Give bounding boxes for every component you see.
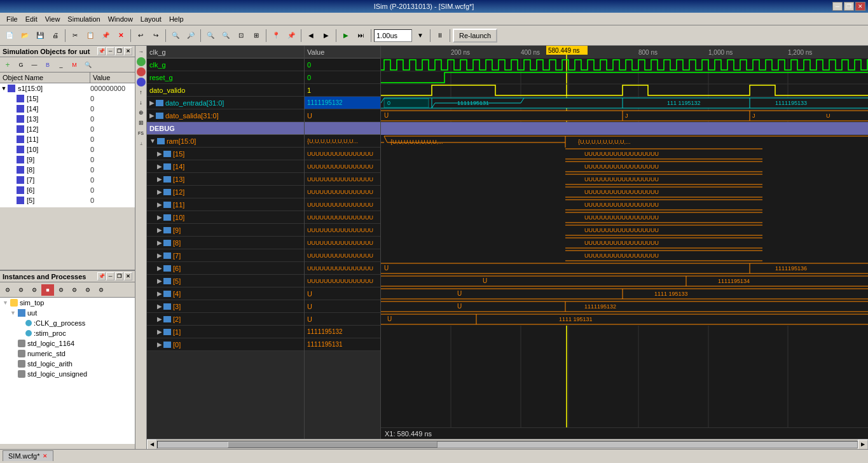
wave-name-dato-salida[interactable]: ▶ dato_salida[31:0] bbox=[147, 109, 304, 122]
waveform-svg[interactable]: 200 ns 400 ns 600 ns 800 ns 1,000 ns 1,2… bbox=[381, 46, 868, 439]
wave-name-dato-entrada[interactable]: ▶ dato_entrada[31:0] bbox=[147, 97, 304, 109]
zoom-fit-button[interactable]: ⊡ bbox=[234, 29, 248, 43]
scroll-track[interactable] bbox=[157, 441, 858, 448]
new-button[interactable]: 📄 bbox=[3, 29, 17, 43]
wave-name-ram[interactable]: ▼ ram[15:0] bbox=[147, 135, 304, 148]
inst-close[interactable]: ✕ bbox=[124, 272, 132, 280]
obj-item-13[interactable]: [13] 0 bbox=[0, 114, 135, 124]
vert-tb4[interactable] bbox=[137, 78, 146, 86]
time-unit-button[interactable]: ▼ bbox=[413, 29, 427, 43]
obj-item-14[interactable]: [14] 0 bbox=[0, 104, 135, 114]
find-button[interactable]: 🔍 bbox=[169, 29, 183, 43]
find2-button[interactable]: 🔎 bbox=[184, 29, 198, 43]
inst-pin[interactable]: 📌 bbox=[97, 272, 106, 280]
tab-close-icon[interactable]: ✕ bbox=[43, 453, 48, 459]
wave-name-clk[interactable]: clk_g bbox=[147, 59, 304, 71]
wave-signals-area[interactable]: 200 ns 400 ns 600 ns 800 ns 1,000 ns 1,2… bbox=[381, 46, 868, 439]
expand-uut[interactable]: ▼ bbox=[10, 310, 16, 316]
inst-uut[interactable]: ▼ uut bbox=[0, 308, 135, 318]
tab-sim-wcfg[interactable]: SIM.wcfg* ✕ bbox=[3, 450, 53, 461]
restore-button[interactable]: ❐ bbox=[844, 2, 854, 11]
vert-tb3[interactable] bbox=[137, 67, 146, 76]
expand-ram7[interactable]: ▶ bbox=[157, 252, 162, 259]
obj-item-9[interactable]: [9] 0 bbox=[0, 155, 135, 165]
pause-button[interactable]: ⏸ bbox=[433, 29, 447, 43]
run-button[interactable]: ▶ bbox=[339, 29, 353, 43]
wave-name-dato-valido[interactable]: dato_valido bbox=[147, 84, 304, 97]
add-wave-button[interactable]: + bbox=[1, 59, 14, 71]
expand-ram5[interactable]: ▶ bbox=[157, 277, 162, 284]
inst-numeric[interactable]: numeric_std bbox=[0, 349, 135, 359]
zoom-out-button[interactable]: 🔍 bbox=[219, 29, 233, 43]
menu-view[interactable]: View bbox=[41, 14, 64, 24]
expand-ram[interactable]: ▼ bbox=[149, 137, 156, 144]
wave-name-ram3[interactable]: ▶ [3] bbox=[147, 300, 304, 313]
marker2-button[interactable]: 📌 bbox=[284, 29, 298, 43]
expand-ram10[interactable]: ▶ bbox=[157, 214, 162, 221]
inst-list[interactable]: ▼ sim_top ▼ uut :CLK_g_process bbox=[0, 298, 135, 444]
print-button[interactable]: 🖨 bbox=[48, 29, 62, 43]
vert-tb10[interactable]: ⟂ bbox=[137, 139, 146, 148]
expand-dato-salida[interactable]: ▶ bbox=[149, 112, 155, 119]
add-bus-button[interactable]: B bbox=[41, 59, 54, 71]
inst-tb6[interactable]: ⚙ bbox=[68, 284, 81, 296]
vert-tb1[interactable]: → bbox=[137, 47, 146, 56]
obj-item-5[interactable]: [5] 0 bbox=[0, 195, 135, 205]
wave-name-ram13[interactable]: ▶ [13] bbox=[147, 173, 304, 186]
add-marker-button[interactable]: M bbox=[68, 59, 81, 71]
step-button[interactable]: ⏭ bbox=[354, 29, 368, 43]
scroll-left-arrow[interactable]: ◀ bbox=[147, 439, 157, 450]
zoom-in-button[interactable]: 🔍 bbox=[203, 29, 217, 43]
inst-tb2[interactable]: ⚙ bbox=[15, 284, 27, 296]
wave-name-ram8[interactable]: ▶ [8] bbox=[147, 237, 304, 249]
undo-button[interactable]: ↩ bbox=[134, 29, 148, 43]
paste-button[interactable]: 📌 bbox=[99, 29, 113, 43]
save-button[interactable]: 💾 bbox=[33, 29, 47, 43]
obj-item-10[interactable]: [10] 0 bbox=[0, 144, 135, 155]
vert-tb7[interactable]: ⊕ bbox=[137, 108, 146, 117]
vert-tb5[interactable]: ↑ bbox=[137, 88, 146, 97]
close-button[interactable]: ✕ bbox=[855, 2, 865, 11]
expand-sim-top[interactable]: ▼ bbox=[3, 300, 8, 306]
wave-name-reset[interactable]: reset_g bbox=[147, 71, 304, 84]
inst-tb1[interactable]: ⚙ bbox=[1, 284, 14, 296]
inst-sim-top[interactable]: ▼ sim_top bbox=[0, 298, 135, 308]
wave-name-ram1[interactable]: ▶ [1] bbox=[147, 326, 304, 338]
expand-ram3[interactable]: ▶ bbox=[157, 303, 162, 310]
wave-name-ram15[interactable]: ▶ [15] bbox=[147, 148, 304, 160]
instances-controls[interactable]: 📌 ─ ❐ ✕ bbox=[97, 272, 132, 280]
wave-name-ram11[interactable]: ▶ [11] bbox=[147, 198, 304, 211]
expand-ram13[interactable]: ▶ bbox=[157, 176, 162, 183]
wave-name-ram10[interactable]: ▶ [10] bbox=[147, 211, 304, 224]
obj-item-11[interactable]: [11] 0 bbox=[0, 134, 135, 144]
scroll-left-button[interactable]: ◀ bbox=[304, 29, 318, 43]
menu-simulation[interactable]: Simulation bbox=[64, 14, 104, 24]
expand-dato-entrada[interactable]: ▶ bbox=[149, 99, 155, 106]
wave-name-ram14[interactable]: ▶ [14] bbox=[147, 160, 304, 173]
menu-layout[interactable]: Layout bbox=[137, 14, 165, 24]
redo-button[interactable]: ↪ bbox=[149, 29, 163, 43]
inst-tb7[interactable]: ⚙ bbox=[81, 284, 94, 296]
scroll-right-arrow[interactable]: ▶ bbox=[858, 439, 868, 450]
menu-window[interactable]: Window bbox=[104, 14, 137, 24]
wave-name-ram9[interactable]: ▶ [9] bbox=[147, 224, 304, 237]
menu-help[interactable]: Help bbox=[165, 14, 188, 24]
expand-ram15[interactable]: ▶ bbox=[157, 150, 162, 157]
wave-name-ram0[interactable]: ▶ [0] bbox=[147, 338, 304, 351]
add-spacer-button[interactable]: _ bbox=[55, 59, 67, 71]
titlebar-controls[interactable]: ─ ❐ ✕ bbox=[832, 2, 865, 11]
inst-tb4[interactable]: ■ bbox=[41, 284, 54, 296]
obj-list[interactable]: ▼ s1[15:0] 000000000 [15] 0 [14] bbox=[0, 83, 135, 207]
wave-name-ram4[interactable]: ▶ [4] bbox=[147, 287, 304, 300]
filter-button[interactable]: 🔍 bbox=[81, 59, 94, 71]
obj-item-s1[interactable]: ▼ s1[15:0] 000000000 bbox=[0, 83, 135, 93]
inst-arith[interactable]: std_logic_arith bbox=[0, 359, 135, 369]
zoom-full-button[interactable]: ⊞ bbox=[249, 29, 263, 43]
inst-tb8[interactable]: ⚙ bbox=[95, 284, 107, 296]
menu-file[interactable]: File bbox=[3, 14, 22, 24]
menu-edit[interactable]: Edit bbox=[22, 14, 41, 24]
cut-button[interactable]: ✂ bbox=[68, 29, 82, 43]
vert-tb6[interactable]: ↓ bbox=[137, 98, 146, 107]
wave-scrollbar-h[interactable]: ◀ ▶ bbox=[147, 439, 868, 449]
inst-std1164[interactable]: std_logic_1164 bbox=[0, 338, 135, 349]
